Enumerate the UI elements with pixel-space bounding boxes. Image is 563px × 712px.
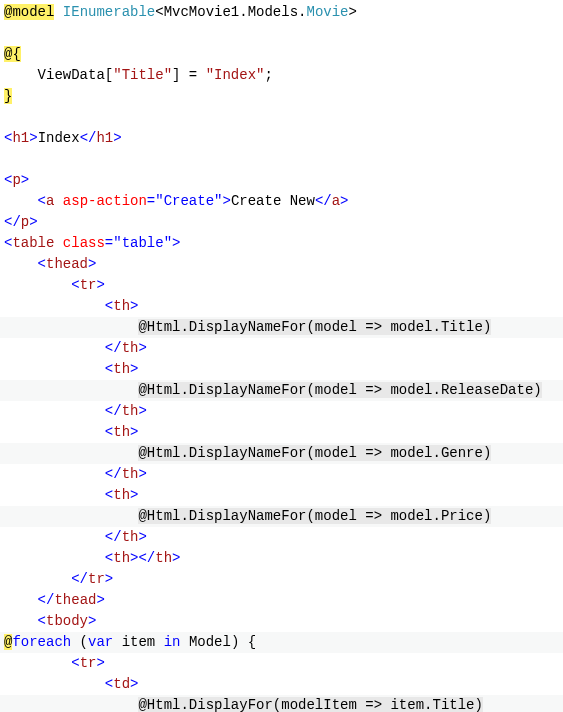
- code-token: th: [113, 550, 130, 566]
- code-token: (: [71, 634, 88, 650]
- code-token: >: [172, 235, 180, 251]
- code-token: </: [80, 130, 97, 146]
- code-token: ></: [130, 550, 155, 566]
- code-token: a: [332, 193, 340, 209]
- code-token: >: [29, 214, 37, 230]
- code-token: "Create": [155, 193, 222, 209]
- code-token: @: [138, 319, 146, 335]
- code-token: th: [113, 424, 130, 440]
- code-token: Html.DisplayNameFor(model => model.Relea…: [147, 382, 542, 398]
- code-token: >: [88, 256, 96, 272]
- code-token: @model: [4, 4, 54, 20]
- code-token: >: [130, 424, 138, 440]
- code-line: <tr>: [0, 275, 563, 296]
- code-token: tr: [80, 655, 97, 671]
- code-token: "Index": [206, 67, 265, 83]
- code-token: tr: [80, 277, 97, 293]
- code-token: >: [96, 277, 104, 293]
- code-token: ] =: [172, 67, 206, 83]
- code-token: >: [105, 571, 113, 587]
- code-line: @Html.DisplayNameFor(model => model.Titl…: [0, 317, 563, 338]
- code-token: @{: [4, 46, 21, 62]
- code-line: @Html.DisplayFor(modelItem => item.Title…: [0, 695, 563, 712]
- code-line: <h1>Index</h1>: [0, 128, 563, 149]
- code-line: <tr>: [0, 653, 563, 674]
- code-token: </: [105, 340, 122, 356]
- code-line: </th>: [0, 338, 563, 359]
- code-token: [54, 235, 62, 251]
- code-line: <thead>: [0, 254, 563, 275]
- code-line: <p>: [0, 170, 563, 191]
- code-line: </th>: [0, 464, 563, 485]
- code-line: <th>: [0, 422, 563, 443]
- code-token: tbody: [46, 613, 88, 629]
- code-token: >: [138, 403, 146, 419]
- code-token: @: [138, 382, 146, 398]
- code-token: >: [88, 613, 96, 629]
- code-token: >: [130, 676, 138, 692]
- code-token: Create New: [231, 193, 315, 209]
- code-token: var: [88, 634, 113, 650]
- code-token: Html.DisplayNameFor(model => model.Price…: [147, 508, 491, 524]
- code-token: Html.DisplayFor(modelItem => item.Title): [147, 697, 483, 712]
- code-token: </: [4, 214, 21, 230]
- code-token: "table": [113, 235, 172, 251]
- code-token: asp-action: [63, 193, 147, 209]
- code-token: th: [155, 550, 172, 566]
- code-token: th: [113, 361, 130, 377]
- code-token: Model) {: [180, 634, 256, 650]
- code-line: [0, 23, 563, 44]
- code-token: >: [130, 487, 138, 503]
- code-token: >: [138, 466, 146, 482]
- code-token: @: [138, 508, 146, 524]
- code-token: th: [122, 529, 139, 545]
- code-token: <MvcMovie1.Models.: [155, 4, 306, 20]
- code-token: th: [113, 298, 130, 314]
- code-token: >: [340, 193, 348, 209]
- code-line: <tbody>: [0, 611, 563, 632]
- code-token: @: [138, 697, 146, 712]
- code-line: <table class="table">: [0, 233, 563, 254]
- code-token: >: [349, 4, 357, 20]
- code-line: <td>: [0, 674, 563, 695]
- code-token: h1: [96, 130, 113, 146]
- code-token: >: [130, 361, 138, 377]
- code-line: @Html.DisplayNameFor(model => model.Rele…: [0, 380, 563, 401]
- code-token: </: [105, 466, 122, 482]
- code-line: </p>: [0, 212, 563, 233]
- code-line: <th>: [0, 485, 563, 506]
- code-line: <th>: [0, 359, 563, 380]
- code-line: <th>: [0, 296, 563, 317]
- code-token: }: [4, 88, 12, 104]
- code-token: >: [29, 130, 37, 146]
- code-token: <: [105, 550, 113, 566]
- code-line: </tr>: [0, 569, 563, 590]
- code-token: th: [113, 487, 130, 503]
- code-line: ViewData["Title"] = "Index";: [0, 65, 563, 86]
- code-token: @: [138, 445, 146, 461]
- code-line: </th>: [0, 401, 563, 422]
- code-token: thead: [54, 592, 96, 608]
- code-token: [54, 193, 62, 209]
- code-token: </: [38, 592, 55, 608]
- code-token: [4, 109, 12, 125]
- code-token: th: [122, 466, 139, 482]
- code-token: th: [122, 340, 139, 356]
- code-token: Html.DisplayNameFor(model => model.Title…: [147, 319, 491, 335]
- code-token: <: [38, 193, 46, 209]
- code-token: Html.DisplayNameFor(model => model.Genre…: [147, 445, 491, 461]
- code-token: >: [172, 550, 180, 566]
- code-line: </th>: [0, 527, 563, 548]
- code-token: ;: [264, 67, 272, 83]
- code-line: </thead>: [0, 590, 563, 611]
- code-token: td: [113, 676, 130, 692]
- code-line: }: [0, 86, 563, 107]
- code-line: @foreach (var item in Model) {: [0, 632, 563, 653]
- code-token: table: [12, 235, 54, 251]
- code-token: >: [222, 193, 230, 209]
- code-token: >: [113, 130, 121, 146]
- code-token: >: [130, 298, 138, 314]
- code-line: <th></th>: [0, 548, 563, 569]
- code-token: =: [105, 235, 113, 251]
- code-token: >: [96, 655, 104, 671]
